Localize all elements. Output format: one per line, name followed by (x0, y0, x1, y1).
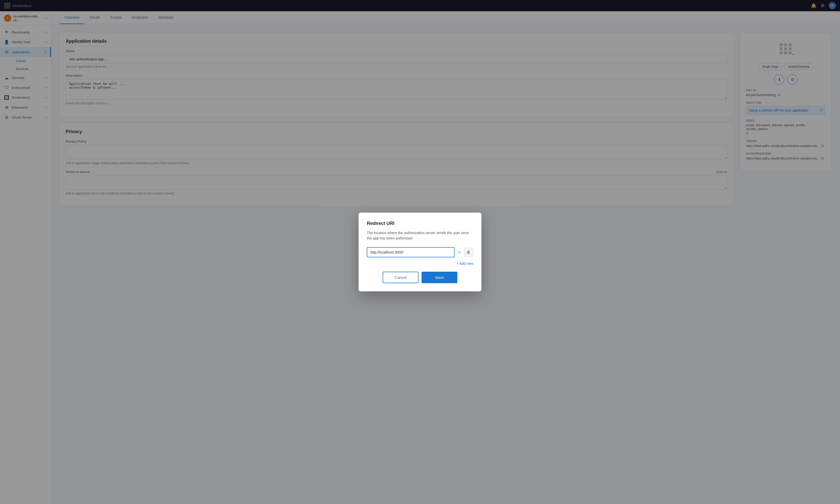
cancel-button[interactable]: Cancel (383, 272, 418, 283)
modal-overlay[interactable]: Redirect URI The location where the auth… (0, 0, 840, 504)
modal-footer: Cancel Save (367, 272, 473, 283)
modal-title: Redirect URI (367, 221, 473, 226)
delete-uri-button[interactable]: 🗑 (464, 248, 473, 257)
modal-input-row: ✕ 🗑 (367, 247, 473, 257)
add-new-link[interactable]: + Add new (367, 262, 473, 266)
clear-input-button[interactable]: ✕ (457, 250, 462, 255)
save-button[interactable]: Save (422, 272, 457, 283)
redirect-uri-input[interactable] (367, 247, 455, 257)
redirect-uri-modal: Redirect URI The location where the auth… (358, 213, 482, 291)
modal-description: The location where the authorization ser… (367, 230, 473, 241)
